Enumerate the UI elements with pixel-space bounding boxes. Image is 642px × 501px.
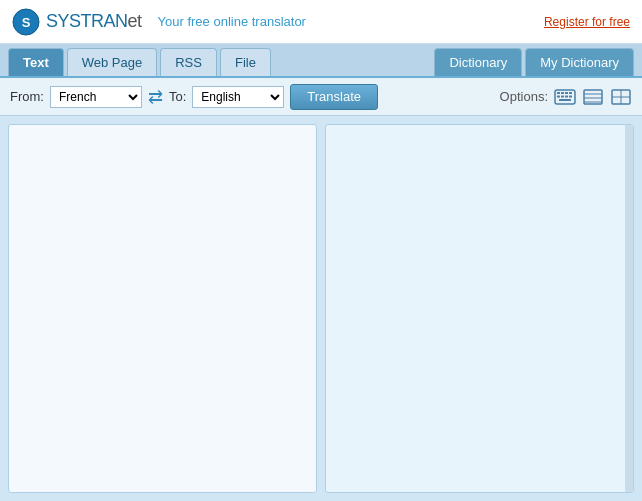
main-area — [0, 116, 642, 501]
tab-bar: Text Web Page RSS File Dictionary My Dic… — [0, 44, 642, 78]
to-label: To: — [169, 89, 186, 104]
tab-text[interactable]: Text — [8, 48, 64, 76]
header: S SYSTRANet Your free online translator … — [0, 0, 642, 44]
translate-button[interactable]: Translate — [290, 84, 378, 110]
register-link[interactable]: Register for free — [544, 15, 630, 29]
options-label: Options: — [500, 89, 548, 104]
svg-rect-7 — [557, 95, 560, 97]
tab-file[interactable]: File — [220, 48, 271, 76]
keyboard-option-icon[interactable] — [554, 88, 576, 106]
svg-rect-11 — [559, 99, 571, 101]
from-label: From: — [10, 89, 44, 104]
logo-brand: SYSTRANet — [46, 11, 142, 32]
tagline: Your free online translator — [158, 14, 306, 29]
logo-area: S SYSTRANet — [12, 8, 142, 36]
source-textarea[interactable] — [9, 125, 316, 492]
svg-rect-8 — [561, 95, 564, 97]
swap-button[interactable]: ⇄ — [148, 86, 163, 108]
from-select[interactable]: French English Spanish German Italian Po… — [50, 86, 142, 108]
tab-webpage[interactable]: Web Page — [67, 48, 157, 76]
svg-rect-4 — [561, 92, 564, 94]
svg-rect-3 — [557, 92, 560, 94]
layout-option-icon-1[interactable] — [582, 88, 604, 106]
svg-rect-10 — [569, 95, 572, 97]
target-panel — [325, 124, 634, 493]
svg-rect-6 — [569, 92, 572, 94]
target-content — [326, 125, 633, 492]
svg-text:S: S — [22, 15, 31, 30]
tab-dictionary[interactable]: Dictionary — [434, 48, 522, 76]
layout-option-icon-2[interactable] — [610, 88, 632, 106]
svg-rect-5 — [565, 92, 568, 94]
toolbar: From: French English Spanish German Ital… — [0, 78, 642, 116]
options-icons — [554, 88, 632, 106]
swap-icon: ⇄ — [148, 86, 163, 108]
tab-rss[interactable]: RSS — [160, 48, 217, 76]
svg-rect-9 — [565, 95, 568, 97]
systran-logo-icon: S — [12, 8, 40, 36]
tab-mydictionary[interactable]: My Dictionary — [525, 48, 634, 76]
source-panel — [8, 124, 317, 493]
scrollbar-strip[interactable] — [625, 125, 633, 492]
to-select[interactable]: English French Spanish German Italian Po… — [192, 86, 284, 108]
